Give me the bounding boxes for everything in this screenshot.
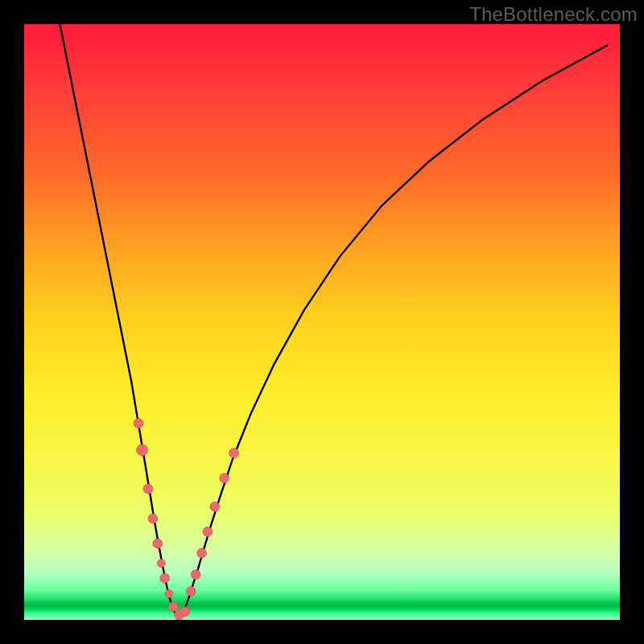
plot-area (24, 24, 620, 620)
data-marker (229, 448, 238, 458)
data-marker (153, 539, 163, 548)
data-marker (143, 484, 153, 493)
data-marker (157, 559, 165, 568)
bottleneck-curve (60, 24, 608, 617)
data-marker (137, 444, 148, 456)
data-marker (220, 473, 229, 483)
data-marker (210, 502, 220, 511)
data-marker (165, 589, 173, 597)
data-marker (203, 526, 213, 536)
data-marker (148, 514, 158, 523)
chart-svg (24, 24, 620, 620)
data-marker (160, 573, 170, 583)
marker-group (134, 419, 238, 620)
watermark-text: TheBottleneck.com (469, 3, 638, 26)
data-marker (168, 602, 178, 612)
chart-frame: TheBottleneck.com (0, 0, 644, 644)
data-marker (186, 586, 196, 596)
data-marker (197, 548, 207, 558)
data-marker (134, 419, 143, 428)
data-marker (180, 607, 190, 617)
data-marker (191, 570, 200, 580)
